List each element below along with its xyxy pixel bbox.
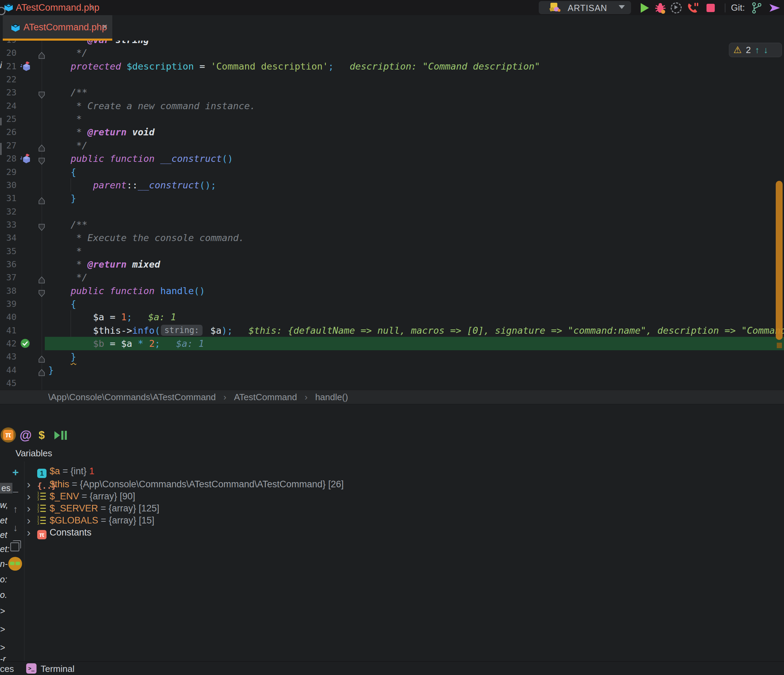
code-line[interactable]: 38 public function handle() — [0, 284, 784, 297]
variable-row[interactable]: › 123 $_SERVER = {array} [125] — [27, 502, 159, 514]
code-line[interactable]: 27 */ — [0, 139, 784, 152]
variable-row[interactable]: › 123 $_ENV = {array} [90] — [27, 490, 135, 502]
fold-marker-icon[interactable] — [38, 366, 45, 374]
move-up-button[interactable]: ↑ — [10, 504, 21, 515]
code-line[interactable]: 26 * @return void — [0, 125, 784, 139]
constants-icon: π — [37, 530, 47, 539]
laravel-cube-gutter-icon[interactable] — [20, 61, 31, 72]
code-line[interactable]: 20 */ — [0, 46, 784, 59]
constants-label: Constants — [50, 527, 92, 538]
add-watch-button[interactable]: + — [10, 467, 21, 477]
debug-panel: π @ $ Variables + – ↑ ↓ 1$a = {int} 1›{.… — [0, 404, 784, 661]
inline-debugger-value: $a: 1 — [176, 338, 204, 349]
fold-marker-icon[interactable] — [38, 194, 45, 202]
panel-divider — [24, 462, 25, 675]
svg-text:3: 3 — [37, 498, 39, 501]
expand-chevron-icon[interactable]: › — [27, 490, 37, 503]
copy-button[interactable] — [10, 543, 19, 551]
variable-row[interactable]: 1$a = {int} 1 — [27, 466, 94, 478]
expand-chevron-icon[interactable]: › — [27, 526, 37, 539]
breadcrumb-namespace[interactable]: \App\Console\Commands\ATestCommand — [48, 392, 216, 403]
code-line[interactable]: 21 protected $description = 'Command des… — [0, 59, 784, 73]
fold-marker-icon[interactable] — [38, 89, 45, 96]
editor-scrollbar-thumb[interactable] — [776, 181, 782, 340]
cropped-text-fragment: ces — [0, 664, 14, 674]
watches-glasses-icon[interactable] — [8, 557, 22, 571]
code-line[interactable]: 43 } — [0, 350, 784, 363]
line-number: 29 — [0, 165, 17, 179]
code-line[interactable]: 30 parent::__construct(); — [0, 178, 784, 192]
array-icon: 123 — [37, 491, 50, 503]
code-line[interactable]: 22 — [0, 73, 784, 86]
code-line[interactable]: 39 { — [0, 297, 784, 311]
cropped-text-fragment: et — [0, 530, 7, 540]
cropped-edge-mark — [0, 118, 2, 125]
close-icon[interactable]: × — [102, 21, 107, 33]
code-line[interactable]: 29 { — [0, 165, 784, 179]
code-line[interactable]: 42 $b = $a * 2;$a: 1 — [0, 337, 784, 350]
code-line[interactable]: 41 $this->info(string: $a);$this: {defau… — [0, 324, 784, 337]
code-line[interactable]: 33 /** — [0, 218, 784, 232]
expand-chevron-icon[interactable]: › — [27, 478, 37, 491]
fold-marker-icon[interactable] — [38, 155, 45, 163]
line-number: 41 — [0, 324, 17, 337]
terminal-toolwindow-button[interactable]: Terminal — [40, 664, 75, 674]
fold-marker-icon[interactable] — [38, 49, 45, 57]
code-line[interactable]: 45 — [0, 376, 784, 390]
tab-atestcommand[interactable]: ATestCommand.php × — [3, 15, 112, 40]
variable-row[interactable]: ›πConstants — [27, 526, 92, 538]
line-number: 43 — [0, 350, 17, 363]
code-line[interactable]: 36 * @return mixed — [0, 258, 784, 271]
resume-pause-icon[interactable] — [54, 431, 67, 440]
laravel-cube-gutter-icon[interactable] — [20, 153, 31, 164]
breadcrumb-method[interactable]: handle() — [315, 392, 348, 403]
tab-bar: ATestCommand.php × — [0, 15, 784, 40]
primitive-value-icon: 1 — [37, 469, 47, 478]
inspections-widget[interactable]: ⚠ 2 ↑ ↓ — [729, 43, 782, 57]
line-number: 28 — [0, 152, 17, 165]
fold-marker-icon[interactable] — [38, 221, 45, 229]
array-icon: 123 — [37, 504, 50, 515]
variable-name: $_ENV — [50, 491, 79, 501]
move-down-button[interactable]: ↓ — [10, 523, 21, 533]
fold-marker-icon[interactable] — [38, 287, 45, 295]
cropped-text-fragment: > — [0, 624, 5, 635]
error-stripe-mark — [777, 343, 782, 348]
cropped-text-fragment: et: — [0, 544, 9, 554]
expand-chevron-icon[interactable]: › — [27, 514, 37, 527]
cropped-text-fragment: et — [0, 516, 7, 526]
variables-view-icon[interactable]: $ — [39, 429, 45, 442]
code-line[interactable]: 23 /** — [0, 86, 784, 99]
code-line[interactable]: 32 — [0, 205, 784, 218]
terminal-icon[interactable]: >_ — [26, 663, 36, 673]
php-debug-session-icon[interactable]: π — [1, 428, 16, 443]
code-line[interactable]: 28 public function __construct() — [0, 152, 784, 165]
code-line[interactable]: 34 * Execute the console command. — [0, 231, 784, 244]
code-line[interactable]: 44} — [0, 363, 784, 377]
breadcrumb-bar: \App\Console\Commands\ATestCommand › ATe… — [0, 390, 784, 404]
code-line[interactable]: 31 } — [0, 191, 784, 205]
code-line[interactable]: 37 */ — [0, 271, 784, 284]
next-warning-arrow-icon[interactable]: ↓ — [764, 45, 768, 56]
expand-chevron-icon[interactable]: › — [27, 502, 37, 515]
breadcrumb-class[interactable]: ATestCommand — [234, 392, 297, 403]
code-line[interactable]: 35 * — [0, 244, 784, 258]
variable-row[interactable]: ›{..}$this = {App\Console\Commands\ATest… — [27, 478, 344, 490]
code-line[interactable]: 25 * — [0, 112, 784, 126]
line-number: 34 — [0, 231, 17, 244]
line-number: 45 — [0, 376, 17, 390]
variable-value: 1 — [89, 466, 94, 476]
execution-point-check-icon[interactable] — [20, 338, 31, 349]
fold-marker-icon[interactable] — [38, 142, 45, 149]
variable-name: $_SERVER — [50, 503, 98, 513]
variable-name: $a — [50, 466, 60, 476]
fold-marker-icon[interactable] — [38, 274, 45, 282]
prev-warning-arrow-icon[interactable]: ↑ — [755, 45, 759, 56]
variable-row[interactable]: › 123 $GLOBALS = {array} [15] — [27, 514, 154, 526]
evaluate-expression-icon[interactable]: @ — [20, 428, 32, 443]
code-line[interactable]: 24 * Create a new command instance. — [0, 99, 784, 113]
code-line[interactable]: 40 $a = 1;$a: 1 — [0, 310, 784, 324]
fold-marker-icon[interactable] — [38, 353, 45, 361]
variable-name: $this — [50, 479, 69, 489]
inline-debugger-value: $a: 1 — [148, 312, 176, 322]
